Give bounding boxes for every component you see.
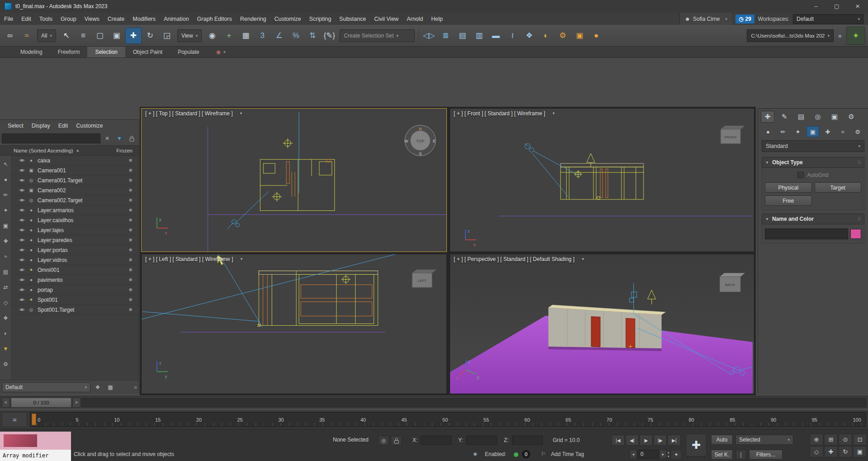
zoom-extents-icon[interactable]: ⊙ [839,434,852,445]
viewport-left[interactable]: LEFT z y [ + ] [ Left ] [ Standard ] [ W… [141,254,447,394]
project-path-dropdown[interactable]: C:\Users\sofia\...ts\3ds Max 202▾ [747,29,834,42]
scene-row[interactable]: ● portap ✱ [12,285,139,295]
viewport-filter-icon[interactable]: ▼ [581,257,585,261]
isolate-selection-icon[interactable]: ◎ [378,436,389,446]
scene-row[interactable]: ✦ Spot001 ✱ [12,295,139,305]
frozen-icon[interactable]: ✱ [129,307,133,312]
explorer-cameras-filter-icon[interactable]: ▣ [1,218,11,233]
ribbon-tab[interactable]: Object Paint [125,47,170,57]
time-slider-handle[interactable]: 0 / 100 [11,398,71,408]
play-button[interactable]: ▶ [640,435,653,446]
z-coordinate-field[interactable] [512,436,543,445]
scene-row[interactable]: ● pavimento ✱ [12,275,139,285]
toggle-scene-explorer-icon[interactable]: ▤ [454,28,470,44]
visibility-eye-icon[interactable] [19,248,25,252]
scene-row[interactable]: ● Layer:vidros ✱ [12,255,139,265]
object-name-input[interactable] [765,228,848,239]
frame-forward-arrow[interactable]: ▸ [659,450,667,459]
macro-recorder-pane[interactable] [0,432,71,450]
toggle-layer-explorer-icon[interactable]: ▥ [471,28,487,44]
spin-down-icon[interactable]: ▾ [668,454,669,458]
blocked-count-badge[interactable]: 0 [522,450,530,458]
object-type-button[interactable]: Physical [765,182,812,193]
menu-item[interactable]: Group [57,13,81,25]
frozen-icon[interactable]: ✱ [129,218,133,223]
frozen-icon[interactable]: ✱ [129,257,133,262]
viewcube[interactable]: FRONT [721,126,745,144]
viewcube[interactable]: LEFT [412,270,436,288]
time-badge[interactable]: ◷ 29 [735,14,754,24]
select-and-scale-icon[interactable]: ◲ [159,28,175,44]
object-type-button[interactable]: Free [765,195,812,206]
viewport-front[interactable]: FRONT z x [ + ] [ Front ] [ Standard ] [… [450,108,754,252]
viewport-front-canvas[interactable]: FRONT z x [450,109,754,252]
menu-item[interactable]: Create [104,13,129,25]
tab-display-icon[interactable]: ▣ [828,111,841,123]
reference-coordinate-dropdown[interactable]: View▾ [177,29,202,42]
maxscript-mini-listener[interactable]: Array modifier [0,432,71,461]
explorer-funnel-icon[interactable]: ▼ [1,341,11,356]
viewport-filter-icon[interactable]: ▼ [239,111,243,116]
close-button[interactable]: ✕ [847,0,868,13]
y-coordinate-field[interactable] [466,436,497,445]
explorer-lights-filter-icon[interactable]: ✦ [1,203,11,218]
explorer-menu-item[interactable]: Select [4,123,28,129]
visibility-eye-icon[interactable] [19,168,25,172]
menu-item[interactable]: Substance [335,13,370,25]
explorer-geometry-filter-icon[interactable]: ● [1,172,11,187]
scene-row[interactable]: ◎ Camera002.Target ✱ [12,195,139,205]
visibility-eye-icon[interactable] [19,268,25,272]
search-input[interactable] [2,133,100,143]
keyboard-override-icon[interactable]: ▦ [237,28,254,44]
ribbon-config-icon[interactable]: ◉▾ [213,47,228,57]
select-by-name-icon[interactable]: ≡ [75,28,91,44]
align-icon[interactable]: ≣ [437,28,454,44]
visibility-eye-icon[interactable] [19,188,25,192]
viewcube[interactable]: BACK [720,273,745,292]
frame-value-field[interactable]: 0 [638,450,659,459]
viewport-top[interactable]: TOP N S W E y x [ + ] [ Top ] [ Standard… [141,108,447,252]
category-systems-icon[interactable]: ⚙ [851,126,864,137]
menu-item[interactable]: Customize [270,13,305,25]
viewport-filter-icon[interactable]: ▼ [551,111,555,116]
spin-up-icon[interactable]: ▴ [668,450,669,454]
frozen-icon[interactable]: ✱ [129,208,133,213]
previous-frame-arrow[interactable]: < [2,398,10,408]
explorer-shapes-filter-icon[interactable]: ✏ [1,187,11,203]
zoom-extents-all-icon[interactable]: ⊡ [853,434,867,445]
object-class-dropdown[interactable]: Standard▾ [762,140,864,152]
time-marker[interactable] [32,413,36,425]
category-geometry-icon[interactable]: ● [762,126,774,137]
listener-pane[interactable]: Array modifier [0,450,71,461]
tab-modify-icon[interactable]: ✎ [778,111,791,123]
frozen-icon[interactable]: ✱ [129,238,133,242]
frozen-icon[interactable]: ✱ [129,297,133,302]
snap-toggle-3d-icon[interactable]: 3 [254,28,270,44]
frozen-column-header[interactable]: Frozen [116,148,133,153]
menu-item[interactable]: Help [427,13,447,25]
menu-item[interactable]: Graph Editors [193,13,236,25]
ribbon-tab[interactable]: Selection [87,47,125,57]
explorer-spacewarps-filter-icon[interactable]: ≈ [1,249,11,264]
autogrid-checkbox[interactable] [797,172,804,178]
frame-back-arrow[interactable]: ◂ [630,450,637,459]
next-frame-arrow[interactable]: > [72,398,81,408]
object-type-rollout-header[interactable]: ▼ Object Type ⠿ [762,157,864,168]
viewport-label[interactable]: [ + ] [ Top ] [ Standard ] [ Wireframe ] [145,110,233,117]
menu-item[interactable]: Rendering [236,13,270,25]
active-layer-dropdown[interactable]: Default▾ [2,382,90,392]
zoom-all-icon[interactable]: ⊞ [824,434,838,445]
explorer-xref-filter-icon[interactable]: ⇄ [1,280,11,295]
display-filter-icon[interactable]: ▼ [114,133,125,143]
category-helpers-icon[interactable]: ✚ [821,126,834,137]
name-column-header[interactable]: Name (Sorted Ascending) [14,148,73,153]
viewport-filter-icon[interactable]: ▼ [239,257,243,261]
render-production-icon[interactable]: ● [588,28,604,44]
scene-row[interactable]: ● Layer:paredes ✱ [12,235,139,245]
explorer-menu-item[interactable]: Display [28,123,54,129]
frame-spinner[interactable]: ◂ 0 ▸ ▴▾ [630,450,669,459]
explorer-settings-icon[interactable]: ⚙ [1,356,11,372]
viewport-label[interactable]: [ + ] [ Perspective ] [ Standard ] [ Def… [454,256,574,262]
visibility-eye-icon[interactable] [19,308,25,312]
tab-create-icon[interactable]: ✚ [761,111,774,123]
